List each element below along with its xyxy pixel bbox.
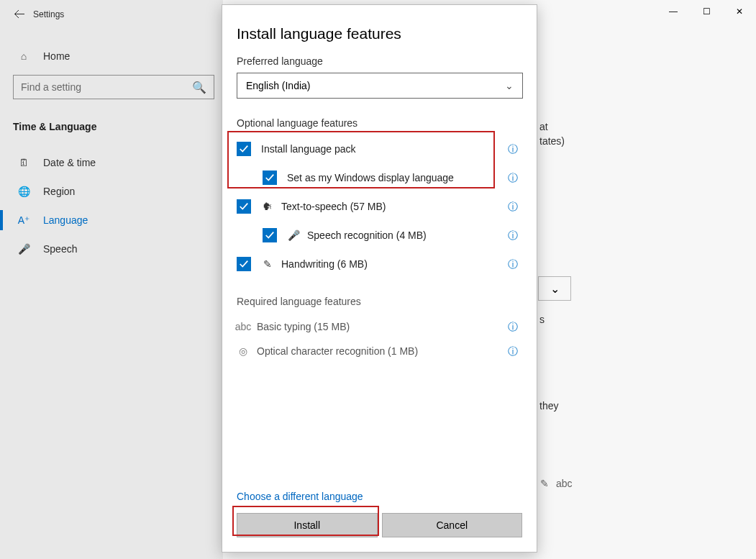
optional-features-label: Optional language features	[237, 117, 522, 129]
typing-icon: abc	[237, 321, 250, 332]
microphone-icon: 🎤	[17, 243, 30, 255]
home-icon: ⌂	[17, 50, 30, 62]
feature-label: Handwriting (6 MB)	[281, 258, 368, 270]
peek-text: s	[539, 314, 545, 325]
feature-text-to-speech[interactable]: 🗣 Text-to-speech (57 MB) ⓘ	[237, 192, 522, 221]
chevron-down-icon: ⌄	[505, 80, 514, 91]
search-icon: 🔍	[192, 81, 206, 94]
required-features-label: Required language features	[237, 296, 522, 307]
sidebar: ⌂ Home 🔍 Time & Language 🗓 Date & time 🌐…	[0, 29, 223, 276]
sidebar-item-label: Date & time	[43, 157, 96, 168]
checkbox-checked-icon[interactable]	[263, 228, 277, 242]
sidebar-item-label: Region	[43, 186, 75, 197]
info-icon[interactable]: ⓘ	[508, 229, 519, 241]
feature-speech-recognition[interactable]: 🎤 Speech recognition (4 MB) ⓘ	[237, 221, 522, 250]
info-icon[interactable]: ⓘ	[508, 201, 519, 212]
close-button[interactable]: ✕	[723, 0, 756, 23]
bg-dropdown-chevron[interactable]: ⌄	[538, 276, 571, 301]
abc-small-icon: abc	[556, 478, 573, 489]
install-language-dialog: Install language features Preferred lang…	[222, 4, 537, 553]
required-basic-typing: abc Basic typing (15 MB) ⓘ	[237, 314, 522, 339]
info-icon[interactable]: ⓘ	[508, 345, 519, 357]
preferred-language-dropdown[interactable]: English (India) ⌄	[237, 73, 523, 99]
sidebar-home-label: Home	[43, 50, 70, 62]
minimize-button[interactable]: —	[657, 0, 690, 23]
preferred-language-label: Preferred language	[237, 55, 522, 67]
sidebar-item-date-time[interactable]: 🗓 Date & time	[13, 148, 210, 177]
feature-label: Text-to-speech (57 MB)	[281, 201, 386, 212]
required-label: Basic typing (15 MB)	[257, 321, 350, 332]
cancel-button[interactable]: Cancel	[382, 513, 523, 537]
handwriting-icon: ✎	[261, 258, 274, 270]
feature-install-language-pack[interactable]: Install language pack ⓘ	[237, 135, 522, 163]
required-ocr: ◎ Optical character recognition (1 MB) ⓘ	[237, 339, 522, 363]
feature-label: Speech recognition (4 MB)	[307, 229, 427, 241]
sidebar-item-label: Speech	[43, 243, 77, 255]
feature-set-display-language[interactable]: Set as my Windows display language ⓘ	[237, 163, 522, 192]
peek-text: tates)	[539, 135, 565, 147]
search-input-wrap[interactable]: 🔍	[13, 75, 214, 99]
feature-handwriting[interactable]: ✎ Handwriting (6 MB) ⓘ	[237, 250, 522, 278]
search-input[interactable]	[21, 81, 192, 93]
required-label: Optical character recognition (1 MB)	[257, 345, 418, 357]
feature-label: Set as my Windows display language	[287, 172, 454, 183]
checkbox-checked-icon[interactable]	[263, 171, 277, 185]
back-button[interactable]: 🡠	[9, 8, 30, 21]
feature-label: Install language pack	[261, 143, 356, 155]
maximize-button[interactable]: ☐	[690, 0, 723, 23]
language-icon: A⁺	[17, 214, 30, 226]
peek-text: at	[539, 121, 548, 132]
checkbox-checked-icon[interactable]	[237, 257, 251, 271]
checkbox-checked-icon[interactable]	[237, 142, 251, 156]
ocr-icon: ◎	[237, 345, 250, 357]
globe-icon: 🌐	[17, 186, 30, 197]
text-to-speech-icon: 🗣	[261, 201, 274, 212]
calendar-icon: 🗓	[17, 157, 30, 168]
microphone-icon: 🎤	[287, 229, 300, 241]
info-icon[interactable]: ⓘ	[508, 143, 519, 155]
install-button[interactable]: Install	[237, 513, 378, 537]
peek-text: they	[539, 400, 558, 412]
sidebar-item-label: Language	[43, 214, 88, 226]
info-icon[interactable]: ⓘ	[508, 258, 519, 270]
sidebar-item-speech[interactable]: 🎤 Speech	[13, 235, 210, 263]
app-title: Settings	[33, 9, 64, 19]
sidebar-item-language[interactable]: A⁺ Language	[13, 206, 210, 235]
bg-small-icons: ✎abc	[540, 478, 573, 489]
chevron-down-icon: ⌄	[550, 282, 560, 296]
info-icon[interactable]: ⓘ	[508, 172, 519, 183]
checkbox-checked-icon[interactable]	[237, 199, 251, 214]
dialog-title: Install language features	[237, 25, 522, 42]
handwriting-small-icon: ✎	[540, 478, 549, 489]
sidebar-home[interactable]: ⌂ Home	[13, 42, 210, 71]
choose-different-language-link[interactable]: Choose a different language	[237, 491, 363, 502]
sidebar-category: Time & Language	[13, 112, 210, 141]
info-icon[interactable]: ⓘ	[508, 321, 519, 332]
preferred-language-value: English (India)	[246, 80, 311, 91]
sidebar-item-region[interactable]: 🌐 Region	[13, 177, 210, 206]
